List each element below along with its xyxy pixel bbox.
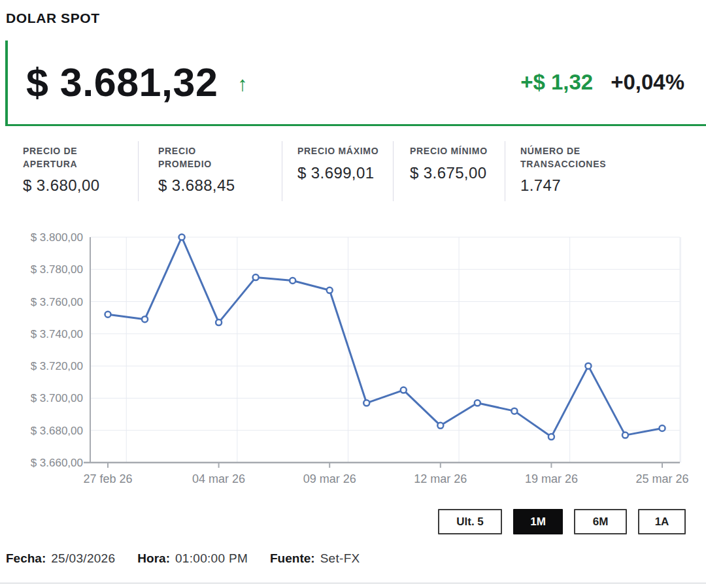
svg-text:$ 3.720,00: $ 3.720,00 <box>31 360 83 372</box>
svg-text:$ 3.660,00: $ 3.660,00 <box>31 457 83 469</box>
hora-label: Hora: <box>137 551 170 566</box>
stat-value: $ 3.688,45 <box>158 176 282 195</box>
hora-value: 01:00:00 PM <box>175 551 248 566</box>
stat-label: NÚMERO DE TRANSACCIONES <box>520 145 628 171</box>
svg-text:$ 3.680,00: $ 3.680,00 <box>31 425 83 437</box>
footer-hora: Hora: 01:00:00 PM <box>137 551 248 566</box>
stat-precio-minimo: PRECIO MÍNIMO $ 3.675,00 <box>394 141 505 201</box>
current-price: $ 3.681,32 <box>26 59 218 105</box>
stat-value: $ 3.675,00 <box>410 164 505 182</box>
fecha-value: 25/03/2026 <box>51 551 115 566</box>
svg-text:09 mar 26: 09 mar 26 <box>303 472 356 485</box>
svg-text:$ 3.740,00: $ 3.740,00 <box>31 328 83 340</box>
footer: Fecha: 25/03/2026 Hora: 01:00:00 PM Fuen… <box>6 551 700 566</box>
fuente-label: Fuente: <box>270 551 315 566</box>
stat-precio-apertura: PRECIO DE APERTURA $ 3.680,00 <box>0 141 139 201</box>
bottom-divider <box>0 583 706 583</box>
price-chart-svg[interactable]: $ 3.800,00$ 3.780,00$ 3.760,00$ 3.740,00… <box>0 216 706 485</box>
page-title: DOLAR SPOT <box>6 10 100 26</box>
range-button-6m[interactable]: 6M <box>574 509 627 534</box>
stat-precio-maximo: PRECIO MÁXIMO $ 3.699,01 <box>282 141 394 201</box>
stat-label: PRECIO DE APERTURA <box>23 145 101 171</box>
stat-numero-transacciones: NÚMERO DE TRANSACCIONES 1.747 <box>505 141 706 201</box>
change-absolute: +$ 1,32 <box>520 70 593 95</box>
price-wrap: $ 3.681,32 ↑ <box>26 59 248 105</box>
range-button-1m[interactable]: 1M <box>513 509 563 534</box>
stat-value: $ 3.699,01 <box>297 164 393 182</box>
footer-fecha: Fecha: 25/03/2026 <box>6 551 115 566</box>
footer-fuente: Fuente: Set-FX <box>270 551 360 566</box>
change-percent: +0,04% <box>611 70 684 95</box>
svg-text:12 mar 26: 12 mar 26 <box>414 472 467 485</box>
stat-precio-promedio: PRECIO PROMEDIO $ 3.688,45 <box>139 141 282 201</box>
svg-text:25 mar 26: 25 mar 26 <box>635 472 688 485</box>
svg-text:$ 3.800,00: $ 3.800,00 <box>31 231 83 244</box>
price-chart[interactable]: $ 3.800,00$ 3.780,00$ 3.760,00$ 3.740,00… <box>0 216 706 485</box>
change-group: +$ 1,32 +0,04% <box>520 70 684 95</box>
quote-card: $ 3.681,32 ↑ +$ 1,32 +0,04% <box>5 41 706 126</box>
stat-value: 1.747 <box>520 176 706 195</box>
stat-label: PRECIO MÁXIMO <box>297 145 393 158</box>
svg-text:$ 3.760,00: $ 3.760,00 <box>31 296 83 308</box>
svg-text:27 feb 26: 27 feb 26 <box>83 472 132 485</box>
fuente-value: Set-FX <box>320 551 360 566</box>
stat-label: PRECIO PROMEDIO <box>158 145 237 171</box>
range-button-1a[interactable]: 1A <box>638 509 686 534</box>
fecha-label: Fecha: <box>6 551 46 566</box>
range-selector: Ult. 5 1M 6M 1A <box>438 509 686 534</box>
stats-row: PRECIO DE APERTURA $ 3.680,00 PRECIO PRO… <box>0 141 706 201</box>
trend-up-icon: ↑ <box>237 73 248 96</box>
svg-text:$ 3.700,00: $ 3.700,00 <box>31 392 83 404</box>
stat-value: $ 3.680,00 <box>23 176 138 195</box>
stat-label: PRECIO MÍNIMO <box>410 145 505 158</box>
dolar-spot-widget: DOLAR SPOT $ 3.681,32 ↑ +$ 1,32 +0,04% P… <box>0 0 706 588</box>
svg-text:$ 3.780,00: $ 3.780,00 <box>31 263 83 276</box>
range-button-ult5[interactable]: Ult. 5 <box>438 509 502 534</box>
svg-text:04 mar 26: 04 mar 26 <box>192 472 245 485</box>
svg-text:19 mar 26: 19 mar 26 <box>525 472 578 485</box>
